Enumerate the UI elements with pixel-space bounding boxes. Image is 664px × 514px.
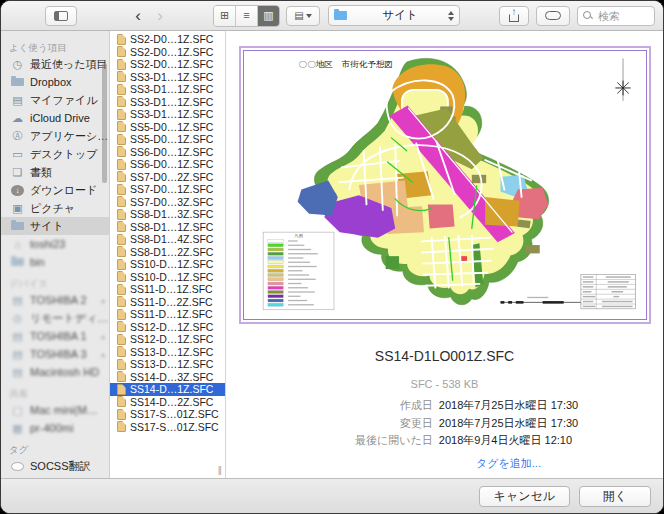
sidebar-item-label: Mac mini(M… xyxy=(30,404,109,416)
file-row[interactable]: SS6-D0…1Z.SFC xyxy=(110,158,225,171)
folder-popup[interactable]: サイト xyxy=(328,5,460,26)
file-row[interactable]: SS2-D0…1Z.SFC xyxy=(110,46,225,59)
file-row[interactable]: SS14-D…2Z.SFC xyxy=(110,396,225,409)
file-row[interactable]: SS7-D0…1Z.SFC xyxy=(110,183,225,196)
file-name: SS8-D1…2Z.SFC xyxy=(130,246,213,258)
legend-label-placeholder xyxy=(288,266,317,267)
file-icon xyxy=(117,246,126,257)
file-row[interactable]: SS5-D0…1Z.SFC xyxy=(110,133,225,146)
file-row[interactable]: SS5-D0…1Z.SFC xyxy=(110,121,225,134)
file-row[interactable]: SS10-D…1Z.SFC xyxy=(110,271,225,284)
sidebar-item[interactable]: Mac mini(M… xyxy=(1,401,109,419)
list-view-button[interactable]: ≡ xyxy=(236,6,258,26)
forward-button[interactable]: › xyxy=(149,6,171,26)
sidebar-item-icon xyxy=(11,149,24,160)
file-icon xyxy=(117,421,126,432)
file-row[interactable]: SS14-D…3Z.SFC xyxy=(110,371,225,384)
sidebar-item[interactable]: TOSHIBA 3 ▴ xyxy=(1,345,109,363)
sidebar-item[interactable]: iCloud Drive xyxy=(1,109,109,127)
file-row[interactable]: SS2-D0…1Z.SFC xyxy=(110,58,225,71)
legend-label-placeholder xyxy=(288,274,309,275)
file-row[interactable]: SS6-D0…1Z.SFC xyxy=(110,146,225,159)
sidebar-item[interactable]: マイファイル xyxy=(1,91,109,109)
sidebar-item[interactable]: デバイス xyxy=(1,277,109,291)
file-row[interactable]: SS14-D…1Z.SFC xyxy=(110,383,225,396)
sidebar-item-label: ピクチャ xyxy=(30,201,109,216)
sidebar-item[interactable]: Dropbox xyxy=(1,73,109,91)
sidebar-item[interactable]: ダウンロード xyxy=(1,181,109,199)
search-input[interactable] xyxy=(596,9,649,23)
eject-icon[interactable]: ▴ xyxy=(101,332,105,341)
file-row[interactable]: SS12-D…1Z.SFC xyxy=(110,333,225,346)
sidebar-item[interactable]: アプリケーシ… xyxy=(1,127,109,145)
sidebar-item[interactable]: bin xyxy=(1,253,109,271)
sidebar-item[interactable]: pr-400mi xyxy=(1,419,109,437)
file-name: SS11-D…1Z.SFC xyxy=(130,308,213,320)
sidebar-item-label: アプリケーシ… xyxy=(30,129,109,144)
map-title: 〇〇地区 市街化予想図 xyxy=(298,59,393,69)
sidebar-toggle-button[interactable] xyxy=(45,6,77,26)
file-row[interactable]: SS3-D1…1Z.SFC xyxy=(110,71,225,84)
sidebar-item-label: 最近使った項目 xyxy=(30,57,109,72)
sidebar-item-label: タグ xyxy=(9,444,109,457)
file-row[interactable]: SS11-D…2Z.SFC xyxy=(110,296,225,309)
file-row[interactable]: SS3-D1…1Z.SFC xyxy=(110,108,225,121)
file-row[interactable]: SS7-D0…2Z.SFC xyxy=(110,171,225,184)
file-row[interactable]: SS8-D1…3Z.SFC xyxy=(110,208,225,221)
file-row[interactable]: SS8-D1…1Z.SFC xyxy=(110,221,225,234)
sidebar-item[interactable]: よく使う項目 xyxy=(1,41,109,55)
sidebar-item[interactable]: タグ xyxy=(1,443,109,457)
sidebar-item[interactable]: リモートディ… xyxy=(1,309,109,327)
sidebar-item-icon xyxy=(11,203,24,214)
list-icon: ≡ xyxy=(243,9,249,21)
file-row[interactable]: SS8-D1…4Z.SFC xyxy=(110,233,225,246)
sidebar-item[interactable]: TOSHIBA 1 ▴ xyxy=(1,327,109,345)
file-row[interactable]: SS7-D0…3Z.SFC xyxy=(110,196,225,209)
eject-icon[interactable]: ▴ xyxy=(101,350,105,359)
icon-view-button[interactable]: ⊞ xyxy=(214,6,236,26)
file-row[interactable]: SS17-S…01Z.SFC xyxy=(110,421,225,434)
back-button[interactable]: ‹ xyxy=(127,6,149,26)
sidebar-item[interactable]: 最近使った項目 xyxy=(1,55,109,73)
group-by-button[interactable]: ▤ xyxy=(286,6,320,26)
file-name: SS7-D0…3Z.SFC xyxy=(130,196,213,208)
file-row[interactable]: SS3-D1…1Z.SFC xyxy=(110,96,225,109)
sidebar-item[interactable]: サイト xyxy=(1,217,109,235)
file-row[interactable]: SS13-D…1Z.SFC xyxy=(110,346,225,359)
legend-swatch xyxy=(267,282,282,285)
tags-button[interactable] xyxy=(536,6,570,26)
open-button[interactable]: 開く xyxy=(579,486,651,507)
sidebar-item[interactable]: デスクトップ xyxy=(1,145,109,163)
share-button[interactable] xyxy=(499,6,529,26)
sidebar-item-icon xyxy=(11,59,24,70)
sidebar-item-icon xyxy=(11,462,24,471)
sidebar-item[interactable]: 書類 xyxy=(1,163,109,181)
file-row[interactable]: SS11-D…1Z.SFC xyxy=(110,308,225,321)
file-row[interactable]: SS8-D1…2Z.SFC xyxy=(110,246,225,259)
file-row[interactable]: SS3-D1…1Z.SFC xyxy=(110,83,225,96)
sidebar-item[interactable]: 共有 xyxy=(1,387,109,401)
sidebar-item[interactable]: TOSHIBA 2 ▴ xyxy=(1,291,109,309)
column-view-button[interactable]: ▥ xyxy=(258,6,279,26)
sidebar-item[interactable]: Macintosh HD xyxy=(1,363,109,381)
cancel-button[interactable]: キャンセル xyxy=(479,486,570,507)
sidebar-item-icon xyxy=(11,423,24,434)
column-resize-handle[interactable]: ∥ xyxy=(218,465,223,475)
sidebar-item-icon xyxy=(11,239,24,250)
sidebar-item[interactable]: toshi23 xyxy=(1,235,109,253)
eject-icon[interactable]: ▴ xyxy=(101,296,105,305)
sidebar-item[interactable]: レッド xyxy=(1,475,109,478)
legend-swatch xyxy=(267,265,282,268)
sidebar-item[interactable]: SOCSS翻訳 xyxy=(1,457,109,475)
file-row[interactable]: SS10-D…1Z.SFC xyxy=(110,258,225,271)
file-name: SS10-D…1Z.SFC xyxy=(130,271,213,283)
file-row[interactable]: SS12-D…1Z.SFC xyxy=(110,321,225,334)
sidebar-scrollbar[interactable] xyxy=(102,63,107,183)
file-row[interactable]: SS11-D…1Z.SFC xyxy=(110,283,225,296)
add-tags-link[interactable]: タグを追加... xyxy=(476,456,541,471)
file-row[interactable]: SS13-D…1Z.SFC xyxy=(110,358,225,371)
file-row[interactable]: SS17-S…01Z.SFC xyxy=(110,408,225,421)
file-row[interactable]: SS2-D0…1Z.SFC xyxy=(110,33,225,46)
sidebar-item[interactable]: ピクチャ xyxy=(1,199,109,217)
file-icon xyxy=(117,384,126,395)
